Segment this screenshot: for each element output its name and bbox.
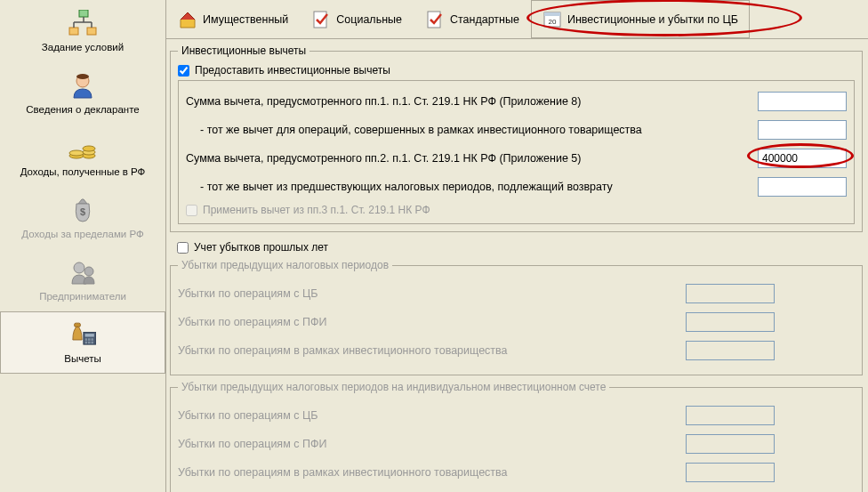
invest-rows-group: Сумма вычета, предусмотренного пп.1. п.1… [178,80,855,224]
svg-rect-1 [69,28,78,35]
deductions-icon [67,319,99,350]
row-label: - тот же вычет для операций, совершенных… [186,123,758,137]
sidebar-item-income-rf[interactable]: Доходы, полученные в РФ [0,125,165,187]
sidebar: Задание условий Сведения о декларанте До… [0,0,166,492]
losses-pfi-row: Убытки по операциям с ПФИ [178,311,855,334]
deduction-pp1-row: Сумма вычета, предусмотренного пп.1. п.1… [186,90,847,113]
apply-pp3-line: Применить вычет из пп.3 п.1. Ст. 219.1 Н… [186,204,847,216]
sidebar-item-label: Доходы за пределами РФ [21,229,143,241]
toolbar-social-deduction[interactable]: Социальные [300,0,414,38]
toolbar-label: Инвестиционные и убытки по ЦБ [567,13,738,26]
losses-cb-row: Убытки по операциям с ЦБ [178,282,855,305]
sidebar-item-label: Сведения о декларанте [26,104,139,117]
losses-cb-input [686,284,775,303]
account-losses-line: Учет убытков прошлых лет [177,241,863,254]
svg-point-13 [83,146,95,151]
account-losses-checkbox[interactable] [177,242,189,254]
iis-losses-partnership-input [686,463,775,482]
toolbar-label: Имущественный [203,13,288,26]
bag-icon: $ [67,194,99,225]
investment-deductions-group: Инвестиционные вычеты Предоставить инвес… [170,44,863,232]
sidebar-item-entrepreneurs[interactable]: Предприниматели [0,249,165,311]
content-area: Инвестиционные вычеты Предоставить инвес… [166,39,868,492]
toolbar-label: Стандартные [450,13,519,26]
sidebar-item-label: Предприниматели [39,291,126,303]
svg-rect-22 [91,338,93,341]
checkbox-label: Предоставить инвестиционные вычеты [195,64,390,77]
provide-invest-deductions-line: Предоставить инвестиционные вычеты [178,64,855,77]
entrepreneur-icon [67,256,99,287]
fieldset-legend: Инвестиционные вычеты [178,44,309,57]
svg-rect-19 [85,334,94,336]
toolbar-standard-deduction[interactable]: Стандартные [414,0,531,38]
svg-rect-27 [428,12,440,28]
deduction-pp1-partnership-input[interactable] [758,120,847,140]
fieldset-legend: Убытки предыдущих налоговых периодов [178,259,392,271]
main-panel: Имущественный Социальные Стандартные 20 … [166,0,868,492]
deduction-pp1-input[interactable] [758,92,847,111]
svg-rect-20 [85,338,88,341]
toolbar-property-deduction[interactable]: Имущественный [166,0,300,38]
toolbar-label: Социальные [336,13,402,26]
toolbar: Имущественный Социальные Стандартные 20 … [166,0,868,39]
row-label: Убытки по операциям с ПФИ [178,437,686,451]
svg-rect-24 [88,342,91,344]
prior-losses-iis-group: Убытки предыдущих налоговых периодов на … [170,381,863,492]
svg-rect-29 [544,12,560,16]
deduction-pp1-partnership-row: - тот же вычет для операций, совершенных… [186,118,847,141]
svg-rect-23 [85,342,88,344]
sidebar-item-income-foreign[interactable]: $ Доходы за пределами РФ [0,187,165,249]
row-label: Убытки по операциям с ПФИ [178,315,686,329]
deduction-pp2-input[interactable] [758,149,847,168]
deduction-pp2-prior-row: - тот же вычет из предшествующих налогов… [186,175,847,198]
svg-rect-21 [88,338,91,341]
svg-rect-26 [314,12,326,28]
deduction-pp2-row: Сумма вычета, предусмотренного пп.2. п.1… [186,147,847,170]
conditions-icon [67,7,99,38]
deduction-pp2-prior-input[interactable] [758,177,847,197]
check-doc-icon [311,10,331,29]
losses-pfi-input [686,312,775,332]
svg-text:$: $ [80,206,85,217]
apply-pp3-checkbox [186,205,197,216]
svg-point-16 [84,267,93,276]
row-label: Сумма вычета, предусмотренного пп.2. п.1… [186,151,758,165]
row-label: Убытки по операциям с ЦБ [178,286,686,301]
coins-icon [67,132,99,163]
sidebar-item-conditions[interactable]: Задание условий [0,0,165,62]
row-label: Убытки по операциям с ЦБ [178,408,686,423]
iis-losses-cb-input [686,406,775,425]
losses-partnership-input [686,341,775,360]
check-doc-icon [425,10,445,29]
iis-losses-cb-row: Убытки по операциям с ЦБ [178,404,855,427]
svg-rect-2 [87,28,96,35]
svg-rect-17 [75,323,81,327]
row-label: Убытки по операциям в рамках инвестицион… [178,343,686,358]
sidebar-item-label: Доходы, полученные в РФ [20,166,146,179]
svg-point-10 [69,150,84,156]
toolbar-investment-deduction[interactable]: 20 Инвестиционные и убытки по ЦБ [531,0,750,38]
sidebar-item-label: Вычеты [64,353,100,366]
person-icon [67,69,99,101]
sidebar-item-label: Задание условий [42,42,124,54]
checkbox-label: Применить вычет из пп.3 п.1. Ст. 219.1 Н… [203,204,430,216]
fieldset-legend: Убытки предыдущих налоговых периодов на … [178,381,609,393]
sidebar-item-deductions[interactable]: Вычеты [0,311,165,374]
prior-losses-group: Убытки предыдущих налоговых периодов Убы… [170,259,863,375]
row-label: - тот же вычет из предшествующих налогов… [186,180,758,194]
svg-point-8 [76,74,89,79]
iis-losses-pfi-input [686,434,775,454]
house-icon [178,10,197,29]
sidebar-item-declarant[interactable]: Сведения о декларанте [0,62,165,125]
svg-rect-25 [91,342,93,344]
checkbox-label: Учет убытков прошлых лет [194,241,328,254]
row-label: Убытки по операциям в рамках инвестицион… [178,465,686,480]
svg-rect-0 [79,10,88,17]
iis-losses-pfi-row: Убытки по операциям с ПФИ [178,432,855,456]
iis-losses-partnership-row: Убытки по операциям в рамках инвестицион… [178,461,855,484]
losses-partnership-row: Убытки по операциям в рамках инвестицион… [178,339,855,362]
svg-text:20: 20 [549,18,557,26]
svg-point-15 [74,262,84,273]
provide-invest-deductions-checkbox[interactable] [178,65,189,77]
row-label: Сумма вычета, предусмотренного пп.1. п.1… [186,94,758,109]
